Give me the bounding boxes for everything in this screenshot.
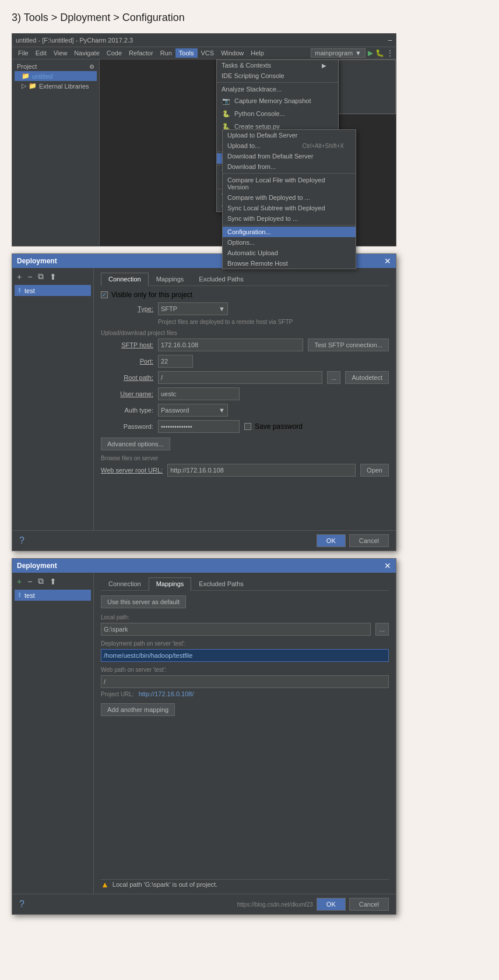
autodetect-button[interactable]: Autodetect: [345, 371, 389, 384]
menu-python-console[interactable]: 🐍 Python Console...: [217, 107, 338, 120]
remove-server-icon[interactable]: −: [25, 271, 34, 283]
menu-capture-memory[interactable]: 📷 172.16.0.108 Capture Memory Snapshot: [217, 94, 338, 107]
dialog-1-cancel-button[interactable]: Cancel: [349, 534, 389, 547]
root-path-input[interactable]: [158, 371, 322, 384]
auth-type-value: Password: [161, 407, 189, 414]
type-hint: Project files are deployed to a remote h…: [158, 319, 293, 325]
dialog2-add-icon[interactable]: +: [15, 576, 24, 587]
menu-configuration[interactable]: Configuration...: [223, 227, 356, 237]
menu-automatic-upload[interactable]: Automatic Upload: [223, 248, 356, 258]
upload-default-label: Upload to Default Server: [227, 132, 297, 139]
menu-help[interactable]: Help: [247, 48, 268, 58]
menu-analyze-stacktrace[interactable]: Analyze Stacktrace...: [217, 84, 338, 94]
password-input[interactable]: [158, 420, 240, 433]
dialog2-help-icon[interactable]: ?: [19, 899, 24, 910]
local-path-input[interactable]: [101, 623, 371, 636]
web-server-url-input[interactable]: [167, 464, 356, 477]
sidebar-settings-icon[interactable]: ⚙: [89, 64, 94, 70]
menu-tasks-contexts[interactable]: Tasks & Contexts ▶: [217, 60, 338, 70]
run-config[interactable]: mainprogram ▼: [311, 48, 366, 58]
pycharm-titlebar: untitled - [F:\untitled] - PyCharm 2017.…: [12, 34, 396, 47]
dialog2-server-name: test: [24, 592, 35, 599]
sidebar-item-untitled[interactable]: 📁 untitled: [15, 71, 97, 81]
sftp-host-input[interactable]: [158, 339, 303, 351]
dialog-2-close-icon[interactable]: ✕: [384, 561, 391, 570]
dialog-1-close-icon[interactable]: ✕: [384, 256, 391, 266]
web-path-input[interactable]: [101, 675, 389, 688]
menu-run[interactable]: Run: [157, 48, 175, 58]
warning-bar: ▲ Local path 'G:\spark' is out of projec…: [101, 879, 389, 889]
tab-mappings[interactable]: Mappings: [149, 273, 192, 285]
menu-download-from[interactable]: Download from...: [223, 161, 356, 172]
menu-compare-deployed[interactable]: Compare with Deployed to ...: [223, 192, 356, 203]
dialog2-remove-icon[interactable]: −: [25, 576, 34, 587]
add-server-icon[interactable]: +: [15, 271, 24, 283]
python-icon: 🐍: [222, 109, 231, 118]
menu-edit[interactable]: Edit: [32, 48, 50, 58]
menu-navigate[interactable]: Navigate: [71, 48, 103, 58]
menu-upload-to[interactable]: Upload to... Ctrl+Alt+Shift+X: [223, 140, 356, 151]
menu-tools[interactable]: Tools: [175, 48, 198, 58]
visible-only-row: Visible only for this project: [101, 291, 389, 299]
add-mapping-button[interactable]: Add another mapping: [101, 703, 175, 716]
type-dropdown-icon: ▼: [219, 305, 225, 312]
dialog-2-cancel-button[interactable]: Cancel: [349, 898, 389, 911]
dialog2-move-icon[interactable]: ⬆: [47, 576, 59, 587]
dialog2-tab-mappings[interactable]: Mappings: [149, 577, 192, 591]
menu-ide-scripting[interactable]: IDE Scripting Console: [217, 70, 338, 81]
dialog2-tab-connection[interactable]: Connection: [101, 577, 149, 590]
dialog2-copy-icon[interactable]: ⧉: [36, 575, 46, 587]
tab-connection[interactable]: Connection: [101, 273, 149, 286]
step-header: 3) Tools > Dployment > Configuration: [12, 12, 487, 24]
local-path-label: Local path:: [101, 614, 389, 621]
menu-view[interactable]: View: [50, 48, 71, 58]
menu-sync-deployed[interactable]: Sync with Deployed to ...: [223, 213, 356, 224]
dialog-1-sidebar: + − ⧉ ⬆ ⬆ test: [12, 268, 94, 530]
dialog-2-titlebar: Deployment ✕: [12, 559, 396, 573]
dialog-1-ok-button[interactable]: OK: [317, 534, 346, 547]
menu-download-default[interactable]: Download from Default Server: [223, 151, 356, 161]
root-path-browse-button[interactable]: ...: [327, 371, 340, 384]
menu-refactor[interactable]: Refactor: [125, 48, 157, 58]
more-icon[interactable]: ⋮: [386, 49, 393, 57]
root-path-label: Root path:: [101, 374, 153, 381]
username-input[interactable]: [158, 387, 240, 400]
menu-upload-default[interactable]: Upload to Default Server: [223, 130, 356, 140]
move-server-icon[interactable]: ⬆: [47, 271, 59, 283]
server-item-test[interactable]: ⬆ test: [15, 285, 91, 296]
port-input[interactable]: [158, 355, 193, 368]
dialog2-server-item[interactable]: ⬆ test: [15, 590, 91, 601]
help-icon[interactable]: ?: [19, 535, 24, 546]
deployment-path-input[interactable]: [101, 649, 389, 662]
close-icon[interactable]: −: [388, 36, 392, 45]
auth-type-select[interactable]: Password ▼: [158, 404, 228, 417]
menu-file[interactable]: File: [15, 48, 32, 58]
copy-server-icon[interactable]: ⧉: [36, 270, 46, 283]
save-password-checkbox[interactable]: [244, 423, 251, 430]
visible-only-checkbox[interactable]: [101, 291, 108, 298]
web-path-section: Web path on server 'test':: [101, 667, 389, 688]
run-icon[interactable]: ▶: [368, 49, 373, 57]
menu-window[interactable]: Window: [217, 48, 247, 58]
dialog2-tab-excluded-paths[interactable]: Excluded Paths: [191, 577, 251, 590]
menu-vcs[interactable]: VCS: [198, 48, 218, 58]
advanced-options-button[interactable]: Advanced options...: [101, 438, 170, 450]
menu-browse-remote[interactable]: Browse Remote Host: [223, 258, 356, 269]
local-path-browse-button[interactable]: ...: [375, 623, 389, 636]
tab-excluded-paths[interactable]: Excluded Paths: [191, 273, 251, 285]
menu-options[interactable]: Options...: [223, 237, 356, 248]
menu-compare-local[interactable]: Compare Local File with Deployed Version: [223, 175, 356, 192]
debug-icon[interactable]: 🐛: [375, 49, 384, 57]
root-path-row: Root path: ... Autodetect: [101, 371, 389, 384]
dialog-sidebar-toolbar: + − ⧉ ⬆: [15, 270, 91, 283]
menu-code[interactable]: Code: [103, 48, 125, 58]
compare-local-label: Compare Local File with Deployed Version: [227, 177, 344, 191]
use-as-default-button[interactable]: Use this server as default: [101, 595, 186, 608]
sidebar-item-external-libraries[interactable]: ▷ 📁 External Libraries: [15, 81, 97, 91]
open-button[interactable]: Open: [360, 464, 389, 477]
menu-sync-local[interactable]: Sync Local Subtree with Deployed: [223, 203, 356, 213]
type-select[interactable]: SFTP ▼: [158, 302, 228, 315]
camera-icon: 📷: [222, 96, 231, 105]
test-sftp-button[interactable]: Test SFTP connection...: [308, 339, 389, 351]
dialog-2-ok-button[interactable]: OK: [317, 898, 346, 911]
